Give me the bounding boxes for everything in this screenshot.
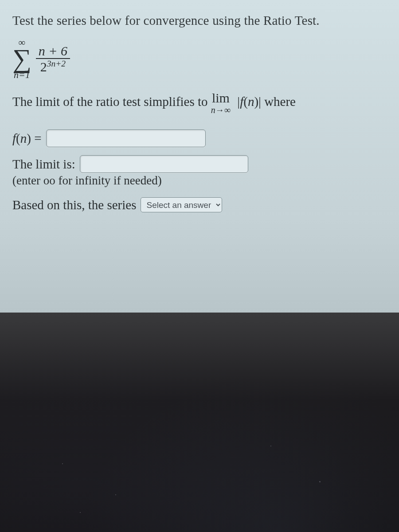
- explain-suffix: where: [264, 94, 296, 109]
- sum-lower-bound: n=1: [14, 70, 30, 80]
- lim-text: lim: [212, 91, 230, 105]
- limit-input[interactable]: [80, 155, 248, 173]
- abs-close: |: [258, 94, 261, 109]
- limit-label: The limit is:: [12, 157, 75, 172]
- paren-close: ): [254, 94, 258, 109]
- fn-label: f(n) =: [12, 131, 42, 146]
- screenshot-root: Test the series below for convergence us…: [0, 0, 399, 532]
- fraction-numerator: n + 6: [36, 43, 70, 58]
- lim-subscript: n→∞: [211, 106, 231, 114]
- infinity-hint: (enter oo for infinity if needed): [12, 174, 387, 188]
- paren-open: (: [243, 94, 248, 109]
- fn-label-f: f: [12, 131, 16, 145]
- fn-label-open: (: [16, 131, 20, 145]
- denom-base: 2: [40, 59, 47, 74]
- conclusion-label: Based on this, the series: [12, 198, 136, 212]
- fn-label-close: ): [27, 131, 31, 145]
- explain-prefix: The limit of the ratio test simplifies t…: [12, 94, 211, 109]
- conclusion-row: Based on this, the series Select an answ…: [12, 197, 387, 212]
- limit-input-row: The limit is:: [12, 155, 387, 173]
- desk-surface: [0, 313, 399, 532]
- fn-input-row: f(n) =: [12, 129, 387, 147]
- problem-panel: Test the series below for convergence us…: [0, 0, 399, 313]
- lim-var: n: [211, 105, 215, 115]
- convergence-select[interactable]: Select an answer: [141, 197, 222, 212]
- abs-fn-expr: |f(n)|: [237, 94, 264, 109]
- denom-exponent: 3n+2: [47, 59, 66, 68]
- fn-label-eq: =: [31, 131, 42, 145]
- instruction-text: Test the series below for convergence us…: [12, 13, 387, 28]
- ratio-limit-sentence: The limit of the ratio test simplifies t…: [12, 91, 387, 114]
- summation-symbol: ∞ ∑ n=1: [12, 38, 31, 80]
- fn-arg: n: [248, 94, 254, 109]
- limit-notation: lim n→∞: [211, 91, 231, 114]
- sigma-icon: ∑: [12, 47, 31, 70]
- series-term-fraction: n + 6 23n+2: [36, 43, 70, 74]
- series-expression: ∞ ∑ n=1 n + 6 23n+2: [12, 38, 387, 80]
- arrow-icon: →: [215, 105, 224, 115]
- infinity-icon: ∞: [224, 105, 231, 115]
- fraction-denominator: 23n+2: [38, 59, 68, 74]
- fn-letter: f: [240, 94, 243, 109]
- fn-input[interactable]: [46, 129, 206, 147]
- fn-label-var: n: [20, 131, 27, 145]
